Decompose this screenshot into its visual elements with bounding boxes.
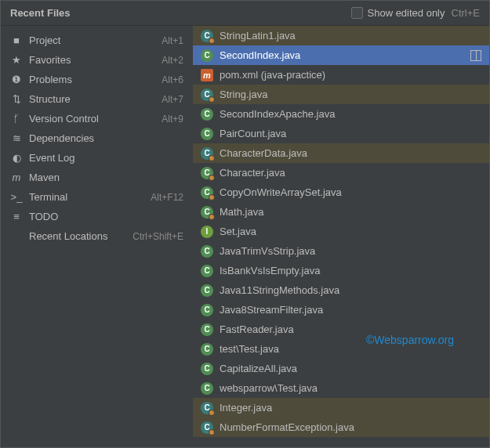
sidebar-item-shortcut: Alt+2	[162, 55, 183, 66]
checkbox-icon[interactable]	[351, 7, 363, 19]
file-name-label: CopyOnWriteArraySet.java	[220, 186, 481, 198]
file-name-label: IsBankVsIsEmpty.java	[220, 265, 481, 276]
java-class-icon	[201, 128, 213, 140]
sidebar-item-shortcut: Alt+F12	[151, 192, 183, 203]
file-item[interactable]: Integer.java	[193, 398, 489, 417]
pin-badge-icon	[209, 155, 215, 161]
tool-window-list: ■ProjectAlt+1★FavoritesAlt+2❶ProblemsAlt…	[1, 26, 193, 447]
sidebar-item-maven[interactable]: mMaven	[1, 168, 193, 187]
recent-files-popup: Recent Files Show edited only Ctrl+E ■Pr…	[0, 0, 490, 448]
sidebar-item-label: Structure	[29, 93, 162, 105]
file-item[interactable]: FastReader.java	[193, 320, 489, 339]
sidebar-item-label: Project	[29, 34, 162, 46]
split-right-icon[interactable]	[470, 50, 481, 61]
file-name-label: Java8StreamFilter.java	[220, 304, 481, 316]
sidebar-item-label: Version Control	[29, 113, 162, 125]
file-name-label: JavaTrimVsStrip.java	[220, 245, 481, 257]
popup-header: Recent Files Show edited only Ctrl+E	[1, 1, 489, 26]
file-item[interactable]: SecondIndex.java	[193, 45, 489, 65]
sidebar-item-project[interactable]: ■ProjectAlt+1	[1, 31, 193, 50]
pin-badge-icon	[209, 214, 215, 220]
file-name-label: Java11StringMethods.java	[220, 284, 481, 296]
maven-icon	[201, 69, 213, 81]
file-item[interactable]: SecondIndexApache.java	[193, 104, 489, 124]
java-class-icon	[201, 402, 213, 414]
java-class-icon	[201, 421, 213, 434]
file-item[interactable]: CapitalizeAll.java	[193, 359, 489, 378]
sidebar-item-structure[interactable]: ⇅StructureAlt+7	[1, 89, 193, 109]
file-name-label: test\Test.java	[220, 343, 481, 355]
show-edited-only-toggle[interactable]: Show edited only	[351, 7, 445, 19]
file-item[interactable]: JavaTrimVsStrip.java	[193, 241, 489, 261]
todo-icon: ≡	[10, 211, 23, 223]
file-name-label: FastReader.java	[220, 323, 481, 335]
java-class-icon	[201, 363, 213, 375]
file-item[interactable]: CharacterData.java	[193, 143, 489, 163]
sidebar-item-favorites[interactable]: ★FavoritesAlt+2	[1, 50, 193, 70]
file-item[interactable]: Character.java	[193, 163, 489, 182]
file-name-label: Character.java	[220, 167, 481, 179]
file-item[interactable]: IsBankVsIsEmpty.java	[193, 261, 489, 280]
star-icon: ★	[10, 54, 23, 67]
maven-m-icon: m	[10, 172, 23, 184]
file-item[interactable]: pom.xml (java-practice)	[193, 65, 489, 85]
show-edited-only-label: Show edited only	[368, 7, 445, 19]
pin-badge-icon	[209, 96, 215, 103]
sidebar-item-label: Terminal	[29, 191, 151, 203]
java-class-icon	[201, 206, 213, 219]
terminal-icon: >_	[10, 191, 23, 204]
folder-icon: ■	[10, 34, 23, 47]
java-class-icon	[201, 186, 213, 199]
sidebar-item-label: Dependencies	[29, 132, 183, 144]
java-class-icon	[201, 49, 213, 62]
file-name-label: SecondIndex.java	[220, 49, 470, 61]
file-name-label: websparrow\Test.java	[220, 382, 481, 394]
pin-badge-icon	[209, 175, 215, 181]
file-name-label: NumberFormatException.java	[220, 421, 481, 433]
pin-badge-icon	[209, 194, 215, 201]
java-class-icon	[201, 108, 213, 121]
locations-icon	[10, 230, 23, 243]
sidebar-item-dependencies[interactable]: ≋Dependencies	[1, 128, 193, 148]
file-item[interactable]: NumberFormatException.java	[193, 417, 489, 437]
file-list[interactable]: StringLatin1.javaSecondIndex.javapom.xml…	[193, 26, 489, 447]
sidebar-item-recent-locations[interactable]: Recent LocationsCtrl+Shift+E	[1, 226, 193, 246]
structure-icon: ⇅	[10, 93, 23, 106]
file-item[interactable]: String.java	[193, 85, 489, 104]
sidebar-item-terminal[interactable]: >_TerminalAlt+F12	[1, 187, 193, 207]
file-name-label: CapitalizeAll.java	[220, 363, 481, 374]
sidebar-item-problems[interactable]: ❶ProblemsAlt+6	[1, 70, 193, 89]
file-name-label: String.java	[220, 89, 481, 100]
file-item[interactable]: Set.java	[193, 222, 489, 241]
file-item[interactable]: test\Test.java	[193, 339, 489, 359]
sidebar-item-label: TODO	[29, 211, 183, 222]
java-class-icon	[201, 343, 213, 356]
file-item[interactable]: Math.java	[193, 202, 489, 222]
file-name-label: Integer.java	[220, 402, 481, 414]
sidebar-item-shortcut: Alt+6	[162, 74, 183, 85]
java-class-icon	[201, 323, 213, 336]
chat-icon: ◐	[10, 152, 23, 164]
file-item[interactable]: CopyOnWriteArraySet.java	[193, 182, 489, 202]
java-class-icon	[201, 265, 213, 277]
sidebar-item-label: Favorites	[29, 54, 162, 66]
file-item[interactable]: StringLatin1.java	[193, 26, 489, 45]
pin-badge-icon	[209, 429, 215, 435]
file-item[interactable]: Java11StringMethods.java	[193, 280, 489, 300]
pin-badge-icon	[209, 38, 215, 44]
java-class-icon	[201, 167, 213, 179]
sidebar-item-shortcut: Alt+7	[162, 94, 183, 105]
file-item[interactable]: PairCount.java	[193, 124, 489, 143]
header-shortcut: Ctrl+E	[452, 7, 480, 19]
file-item[interactable]: websparrow\Test.java	[193, 378, 489, 398]
sidebar-item-label: Problems	[29, 74, 162, 85]
layers-icon: ≋	[10, 132, 23, 145]
file-list-container: StringLatin1.javaSecondIndex.javapom.xml…	[193, 26, 489, 447]
sidebar-item-version-control[interactable]: ᚶVersion ControlAlt+9	[1, 109, 193, 128]
sidebar-item-event-log[interactable]: ◐Event Log	[1, 148, 193, 168]
file-item[interactable]: Java8StreamFilter.java	[193, 300, 489, 320]
sidebar-item-todo[interactable]: ≡TODO	[1, 207, 193, 226]
sidebar-item-shortcut: Alt+1	[162, 35, 183, 46]
sidebar-item-label: Recent Locations	[29, 230, 132, 242]
file-name-label: Math.java	[220, 206, 481, 218]
